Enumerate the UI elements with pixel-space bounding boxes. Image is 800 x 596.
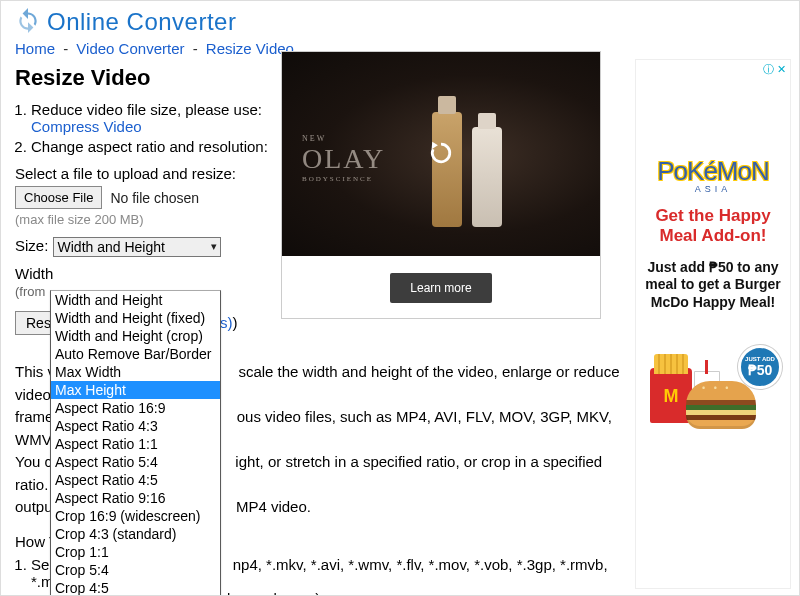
size-label: Size: [15, 237, 48, 254]
size-select[interactable]: Width and Height ▾ [53, 237, 221, 257]
size-option[interactable]: Width and Height (fixed) [51, 309, 220, 327]
size-option[interactable]: Crop 4:5 [51, 579, 220, 596]
site-title[interactable]: Online Converter [47, 8, 236, 36]
ad-inline: ⓘ ✕ NEW OLAY BODYSCIENCE Learn more [281, 51, 601, 319]
learn-more-button[interactable]: Learn more [390, 273, 491, 303]
product-bottle-icon [472, 127, 502, 227]
size-option[interactable]: Width and Height (crop) [51, 327, 220, 345]
width-label: Width [15, 265, 53, 282]
size-dropdown[interactable]: Width and HeightWidth and Height (fixed)… [50, 290, 221, 596]
reload-icon[interactable] [426, 138, 456, 170]
size-option[interactable]: Crop 5:4 [51, 561, 220, 579]
size-option[interactable]: Aspect Ratio 5:4 [51, 453, 220, 471]
size-option[interactable]: Crop 4:3 (standard) [51, 525, 220, 543]
ad-info-icon[interactable]: ⓘ [763, 63, 774, 75]
size-option[interactable]: Max Width [51, 363, 220, 381]
size-option[interactable]: Aspect Ratio 4:3 [51, 417, 220, 435]
ad-headline: Get the Happy Meal Add-on! [640, 206, 786, 247]
size-option[interactable]: Max Height [51, 381, 220, 399]
breadcrumb-home[interactable]: Home [15, 40, 55, 57]
chevron-down-icon: ▾ [211, 240, 217, 253]
size-option[interactable]: Aspect Ratio 4:5 [51, 471, 220, 489]
price-badge: JUST ADD ₱50 [738, 345, 782, 389]
burger-icon [686, 381, 756, 429]
file-status: No file chosen [110, 190, 199, 206]
size-option[interactable]: Auto Remove Bar/Border [51, 345, 220, 363]
size-select-value: Width and Height [58, 239, 165, 255]
size-option[interactable]: Aspect Ratio 16:9 [51, 399, 220, 417]
choose-file-button[interactable]: Choose File [15, 186, 102, 209]
size-option[interactable]: Aspect Ratio 1:1 [51, 435, 220, 453]
ad-brand: PoKéMoN ASIA [640, 156, 786, 194]
intro-item-1: Reduce video file size, please use: [31, 101, 262, 118]
size-option[interactable]: Width and Height [51, 291, 220, 309]
ad-sidebar[interactable]: ⓘ ✕ PoKéMoN ASIA Get the Happy Meal Add-… [635, 59, 791, 589]
refresh-logo-icon [15, 7, 41, 36]
breadcrumb-video-converter[interactable]: Video Converter [76, 40, 184, 57]
size-option[interactable]: Crop 16:9 (widescreen) [51, 507, 220, 525]
compress-video-link[interactable]: Compress Video [31, 118, 142, 135]
ad-close-icon[interactable]: ✕ [777, 63, 786, 75]
ad-body: Just add ₱50 to any meal to get a Burger… [640, 259, 786, 312]
size-option[interactable]: Crop 1:1 [51, 543, 220, 561]
size-option[interactable]: Aspect Ratio 9:16 [51, 489, 220, 507]
